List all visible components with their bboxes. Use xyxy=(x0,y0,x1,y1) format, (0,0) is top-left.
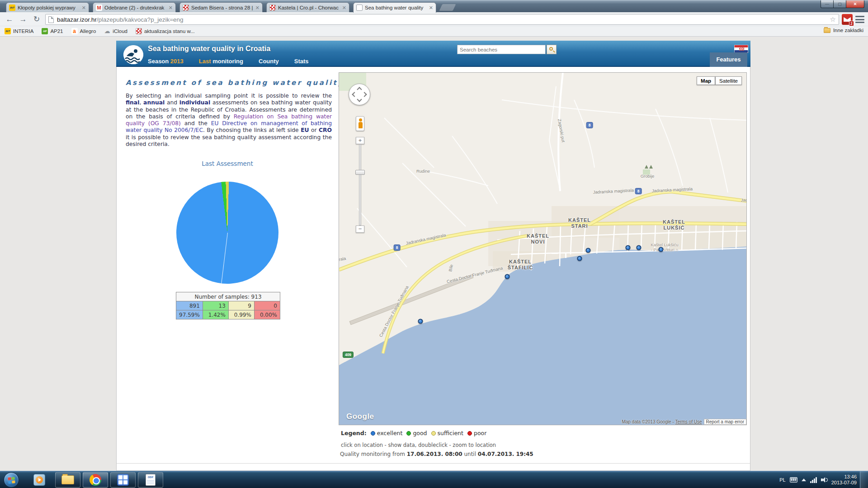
pan-right-icon[interactable] xyxy=(362,92,367,97)
nav-county[interactable]: County xyxy=(259,58,279,65)
paragraph-text: and xyxy=(165,99,179,106)
maximize-button[interactable]: ▢ xyxy=(834,0,846,8)
language-indicator[interactable]: PL xyxy=(779,477,785,483)
bookmark-item[interactable]: INTINTERIA xyxy=(5,28,33,34)
browser-tab[interactable]: INTKłopoty polskiej wyprawy✕ xyxy=(6,2,89,13)
sample-percent-cell: 97.59% xyxy=(176,310,203,319)
map-hint-text: click on location - show data, doublecli… xyxy=(341,442,496,448)
pie-chart[interactable] xyxy=(176,182,278,284)
tab-close-icon[interactable]: ✕ xyxy=(255,5,259,10)
network-icon[interactable] xyxy=(810,477,817,483)
article-heading: Assessment of sea bathing water quality xyxy=(126,79,344,87)
show-desktop-button[interactable] xyxy=(860,471,868,488)
report-map-error-link[interactable]: Report a map error xyxy=(704,419,746,425)
features-button[interactable]: Features xyxy=(710,52,747,67)
pan-down-icon[interactable] xyxy=(357,97,362,102)
legend-dot-sufficient xyxy=(431,431,436,436)
zoom-out-button[interactable]: − xyxy=(356,225,364,233)
emphasis-text: CRO xyxy=(319,127,332,133)
tab-close-icon[interactable]: ✕ xyxy=(169,5,173,10)
close-button[interactable]: ✕ xyxy=(846,0,864,8)
chart-title: Last Assessment xyxy=(176,160,278,167)
zoom-slider-handle[interactable] xyxy=(355,170,365,175)
browser-tab[interactable]: Sedam Bisera - strona 28 |✕ xyxy=(179,2,263,13)
media-player-taskbar-icon[interactable] xyxy=(33,474,46,486)
beach-marker[interactable] xyxy=(418,319,423,324)
browser-tab[interactable]: Kastela | Cro.pl - Chorwac✕ xyxy=(266,2,349,13)
keyboard-icon[interactable] xyxy=(790,477,797,483)
pan-left-icon[interactable] xyxy=(352,92,357,97)
beach-marker[interactable] xyxy=(637,245,642,250)
page-favicon xyxy=(356,5,363,11)
chrome-menu-icon[interactable] xyxy=(855,16,864,23)
browser-tab[interactable]: MOdebrane (2) - drutexkrak✕ xyxy=(93,2,176,13)
emphasis-text: individual xyxy=(179,99,210,106)
new-tab-button[interactable] xyxy=(439,4,456,11)
mail-extension-icon[interactable]: 2 xyxy=(842,14,853,25)
nav-season[interactable]: Season 2013 xyxy=(148,58,184,65)
route-shield: 8 xyxy=(635,188,642,194)
attribution-text: Map data ©2013 Google - xyxy=(622,419,674,424)
bookmark-item[interactable]: aktualizacja stanu w... xyxy=(136,28,195,34)
map-pan-control[interactable] xyxy=(349,84,370,105)
browser-tab[interactable]: Sea bathing water quality✕ xyxy=(353,2,436,13)
legend-dot-poor xyxy=(467,431,472,436)
site-title: Sea bathing water quality in Croatia xyxy=(148,45,270,53)
pan-up-icon[interactable] xyxy=(357,87,362,92)
app-taskbar-button[interactable] xyxy=(110,472,136,488)
nav-stats[interactable]: Stats xyxy=(294,58,309,65)
forward-button[interactable]: → xyxy=(17,14,29,25)
terms-of-use-link[interactable]: Terms of Use xyxy=(675,419,702,424)
beach-marker[interactable] xyxy=(505,274,510,279)
tray-expand-icon[interactable] xyxy=(802,479,806,481)
search-input[interactable] xyxy=(457,45,546,54)
map-type-map[interactable]: Map xyxy=(697,76,715,85)
minimize-button[interactable]: — xyxy=(821,0,834,8)
back-button[interactable]: ← xyxy=(4,14,15,25)
tab-close-icon[interactable]: ✕ xyxy=(342,5,346,10)
bookmark-item[interactable]: APAP21 xyxy=(42,28,63,34)
paragraph-text: or xyxy=(309,127,319,133)
samples-counts-row: 8911390 xyxy=(176,301,280,310)
tab-title: Kłopoty polskiej wyprawy xyxy=(18,5,80,10)
sample-percent-cell: 0.99% xyxy=(228,310,254,319)
beach-marker[interactable] xyxy=(586,248,591,253)
tab-close-icon[interactable]: ✕ xyxy=(429,5,433,10)
paragraph-text: . By choosing the links at left side xyxy=(203,127,301,133)
site-header: Sea bathing water quality in Croatia Sea… xyxy=(116,41,750,67)
zoom-in-button[interactable]: + xyxy=(356,137,364,144)
volume-icon[interactable] xyxy=(821,477,827,483)
beach-marker[interactable] xyxy=(659,247,664,252)
start-button[interactable] xyxy=(4,472,19,488)
odf-document-icon: ODF xyxy=(146,474,156,486)
monitoring-period: Quality monitoring from 17.06.2013. 08:0… xyxy=(340,451,533,457)
other-bookmarks-button[interactable]: Inne zakładki xyxy=(824,28,863,33)
search-button[interactable] xyxy=(547,45,557,54)
chrome-taskbar-button[interactable] xyxy=(83,472,108,488)
beach-marker[interactable] xyxy=(626,245,631,250)
google-logo[interactable]: Google xyxy=(346,412,374,421)
content-panel: Assessment of sea bathing water quality … xyxy=(116,67,750,471)
tab-close-icon[interactable]: ✕ xyxy=(82,5,86,10)
bookmark-item[interactable]: aAllegro xyxy=(71,28,96,34)
croatia-flag-icon[interactable] xyxy=(734,45,748,53)
bookmark-item[interactable]: ☁iCloud xyxy=(104,28,127,34)
google-map[interactable]: RudineZagorski putJadranska magistralaJa… xyxy=(339,72,747,425)
legend-label: Legend: xyxy=(341,430,367,436)
zoom-slider-track[interactable] xyxy=(359,144,361,225)
icloud-favicon: ☁ xyxy=(104,28,110,34)
paragraph-text: , xyxy=(139,99,143,106)
nav-last-monitoring[interactable]: Last monitoring xyxy=(199,58,243,65)
taskbar-clock[interactable]: 13:46 2013-07-09 xyxy=(831,474,857,486)
pegman-control[interactable] xyxy=(356,116,364,131)
web-page: Sea bathing water quality in Croatia Sea… xyxy=(0,37,868,471)
emphasis-text: EU xyxy=(301,127,309,133)
reload-button[interactable]: ↻ xyxy=(31,14,42,25)
url-text[interactable]: baltazar.izor.hr/plazepub/kakvoca?p_jezi… xyxy=(57,16,184,23)
document-taskbar-button[interactable]: ODF xyxy=(138,472,163,488)
map-type-satellite[interactable]: Satellite xyxy=(715,76,742,85)
beach-marker[interactable] xyxy=(577,256,582,261)
address-bar[interactable]: baltazar.izor.hr/plazepub/kakvoca?p_jezi… xyxy=(45,14,839,25)
bookmark-star-icon[interactable]: ☆ xyxy=(830,15,836,23)
explorer-taskbar-button[interactable] xyxy=(55,472,80,488)
